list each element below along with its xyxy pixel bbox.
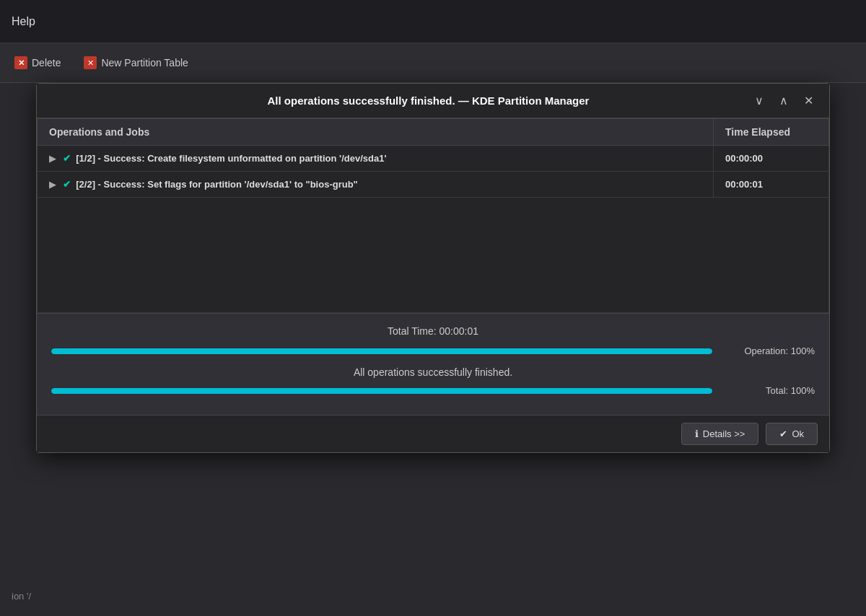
bottom-text: ion '/	[12, 591, 31, 602]
success-icon-1: ✔	[63, 153, 71, 164]
dialog-footer: ℹ Details >> ✔ Ok	[37, 415, 829, 452]
op-label-1: ▶ ✔ [1/2] - Success: Create filesystem u…	[38, 146, 714, 172]
dialog-titlebar: All operations successfully finished. — …	[37, 84, 829, 118]
top-bar: Help	[0, 0, 866, 43]
op-text-2: [2/2] - Success: Set flags for partition…	[76, 179, 358, 190]
details-label: Details >>	[703, 428, 745, 439]
total-progress-bar	[51, 388, 712, 394]
progress-section: Total Time: 00:00:01 Operation: 100% All…	[37, 313, 829, 415]
dialog-title: All operations successfully finished. — …	[106, 94, 751, 107]
time-cell-1: 00:00:00	[714, 146, 829, 172]
op-label-2: ▶ ✔ [2/2] - Success: Set flags for parti…	[38, 172, 714, 198]
help-menu[interactable]: Help	[12, 15, 35, 28]
ok-check-icon: ✔	[779, 428, 787, 439]
new-partition-table-button[interactable]: ✕ New Partition Table	[75, 52, 196, 74]
col-ops-header: Operations and Jobs	[38, 119, 714, 146]
close-button[interactable]: ✕	[800, 92, 818, 109]
toolbar: ✕ Delete ✕ New Partition Table	[0, 43, 866, 83]
info-icon: ℹ	[695, 428, 699, 439]
total-progress-fill	[51, 388, 712, 394]
dialog-controls: ∨ ∧ ✕	[751, 92, 818, 109]
total-progress-row: Total: 100%	[51, 385, 815, 396]
status-label: All operations successfully finished.	[354, 366, 512, 378]
operation-progress-fill	[51, 348, 712, 354]
details-button[interactable]: ℹ Details >>	[681, 423, 759, 445]
table-row: ▶ ✔ [2/2] - Success: Set flags for parti…	[38, 172, 829, 198]
col-time-header: Time Elapsed	[714, 119, 829, 146]
success-icon-2: ✔	[63, 179, 71, 190]
delete-label: Delete	[32, 57, 61, 69]
operation-progress-row: Operation: 100%	[51, 346, 815, 356]
ok-label: Ok	[792, 428, 804, 439]
operation-progress-bar	[51, 348, 712, 354]
maximize-button[interactable]: ∧	[775, 92, 792, 109]
delete-button[interactable]: ✕ Delete	[6, 52, 69, 74]
ok-button[interactable]: ✔ Ok	[766, 423, 818, 445]
total-time-label: Total Time: 00:00:01	[388, 325, 478, 337]
bottom-bg-text: ion '/	[12, 591, 31, 602]
op-text-1: [1/2] - Success: Create filesystem unfor…	[76, 153, 386, 164]
new-partition-table-icon: ✕	[84, 56, 97, 69]
time-cell-2: 00:00:01	[714, 172, 829, 198]
status-row: All operations successfully finished.	[51, 366, 815, 378]
total-time-row: Total Time: 00:00:01	[51, 325, 815, 337]
expand-icon-2[interactable]: ▶	[49, 180, 56, 190]
operations-dialog: All operations successfully finished. — …	[36, 83, 830, 453]
delete-icon: ✕	[14, 56, 27, 69]
table-row: ▶ ✔ [1/2] - Success: Create filesystem u…	[38, 146, 829, 172]
ops-empty-area	[37, 198, 829, 313]
expand-icon-1[interactable]: ▶	[49, 154, 56, 164]
new-partition-table-label: New Partition Table	[101, 57, 188, 69]
operation-progress-label: Operation: 100%	[721, 346, 815, 356]
minimize-button[interactable]: ∨	[751, 92, 768, 109]
operations-table: Operations and Jobs Time Elapsed ▶ ✔ [1/…	[37, 118, 829, 198]
total-progress-label: Total: 100%	[721, 385, 815, 396]
